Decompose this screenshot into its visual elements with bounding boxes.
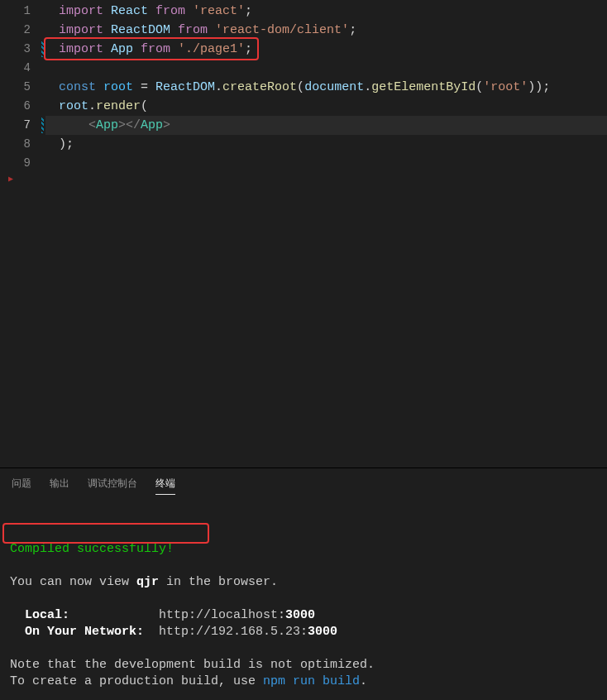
terminal-label: On Your Network: (25, 625, 144, 639)
code-line[interactable]: import ReactDOM from 'react-dom/client'; (45, 21, 607, 40)
code-line[interactable] (45, 59, 607, 78)
terminal-line: You can now view qjr in the browser. (10, 575, 278, 589)
line-number: 6 (0, 97, 45, 116)
line-number: 7 (0, 116, 45, 135)
code-line[interactable]: root.render( (45, 97, 607, 116)
highlight-box (2, 523, 209, 544)
terminal-label: Local: (25, 608, 69, 622)
collapse-arrow-icon: ▶ (0, 173, 45, 192)
line-number: 1 (0, 2, 45, 21)
panel-tabs: 问题 输出 调试控制台 终端 (0, 468, 607, 503)
line-number: 3 (0, 40, 45, 59)
line-number: 2 (0, 21, 45, 40)
terminal-url: http://localhost:3000 (159, 608, 315, 622)
line-number: 8 (0, 135, 45, 154)
code-line[interactable]: ); (45, 135, 607, 154)
terminal-line: Note that the development build is not o… (10, 658, 375, 672)
tab-output[interactable]: 输出 (50, 477, 69, 495)
line-number: 9 (0, 154, 45, 173)
tab-debug-console[interactable]: 调试控制台 (88, 477, 137, 495)
code-editor[interactable]: 1 2 3 4 5 6 7 8 9 ▶ import React from 'r… (0, 0, 607, 467)
line-number: 5 (0, 78, 45, 97)
line-gutter: 1 2 3 4 5 6 7 8 9 ▶ (0, 0, 45, 467)
code-line[interactable]: import React from 'react'; (45, 2, 607, 21)
code-line[interactable] (45, 154, 607, 173)
code-line[interactable]: import App from './page1'; (45, 40, 607, 59)
terminal-line: To create a production build, use npm ru… (10, 674, 367, 688)
tab-terminal[interactable]: 终端 (155, 477, 175, 495)
bottom-panel: 问题 输出 调试控制台 终端 Compiled successfully! Yo… (0, 467, 607, 700)
code-line[interactable]: <App></App> (45, 116, 607, 135)
terminal-line: Compiled successfully! (10, 542, 174, 556)
terminal-url: http://192.168.5.23:3000 (159, 625, 337, 639)
line-number: 4 (0, 59, 45, 78)
code-area[interactable]: import React from 'react'; import ReactD… (45, 0, 607, 467)
terminal-output[interactable]: Compiled successfully! You can now view … (0, 503, 607, 700)
code-line[interactable]: const root = ReactDOM.createRoot(documen… (45, 78, 607, 97)
tab-problems[interactable]: 问题 (12, 477, 31, 495)
